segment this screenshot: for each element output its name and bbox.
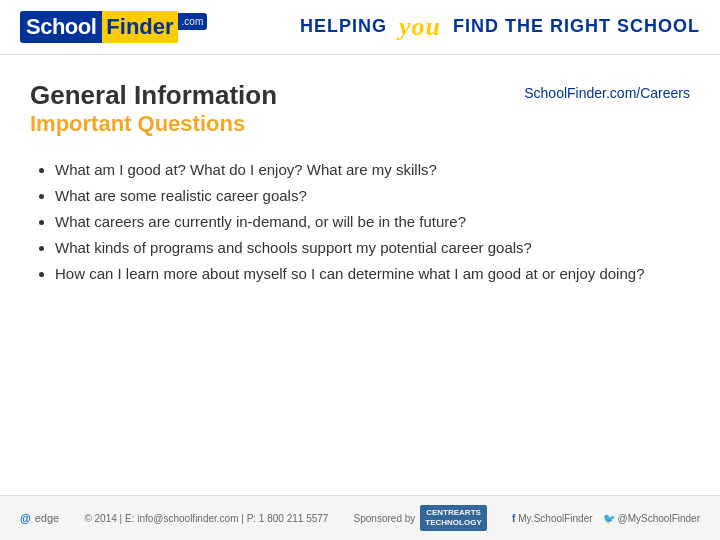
- list-item: What are some realistic career goals?: [55, 184, 690, 208]
- logo-area: School Finder .com: [20, 11, 207, 43]
- twitter-icon: 🐦: [603, 513, 615, 524]
- logo-com: .com: [178, 13, 208, 30]
- logo-finder: Finder: [102, 11, 177, 43]
- general-info-title: General Information: [30, 80, 277, 111]
- sponsored-logo: CENTREARTS TECHNOLOGY: [420, 505, 486, 530]
- careers-link[interactable]: SchoolFinder.com/Careers: [524, 85, 690, 101]
- list-item: What careers are currently in-demand, or…: [55, 210, 690, 234]
- tagline-find: FIND THE RIGHT SCHOOL: [453, 16, 700, 36]
- list-item: What kinds of programs and schools suppo…: [55, 236, 690, 260]
- main-content: General Information Important Questions …: [0, 55, 720, 303]
- logo-school: School: [20, 11, 102, 43]
- list-item: What am I good at? What do I enjoy? What…: [55, 158, 690, 182]
- twitter-link: 🐦 @MySchoolFinder: [603, 513, 700, 524]
- twitter-label: @MySchoolFinder: [618, 513, 700, 524]
- footer-social: f My.SchoolFinder 🐦 @MySchoolFinder: [512, 513, 700, 524]
- list-item: How can I learn more about myself so I c…: [55, 262, 690, 286]
- footer-copyright: © 2014 | E: info@schoolfinder.com | P: 1…: [84, 513, 328, 524]
- facebook-icon: f: [512, 513, 515, 524]
- footer-sponsored: Sponsored by CENTREARTS TECHNOLOGY: [354, 505, 487, 530]
- bullet-list: What am I good at? What do I enjoy? What…: [30, 158, 690, 286]
- footer-edge: @ edge: [20, 512, 59, 524]
- important-questions-title: Important Questions: [30, 111, 277, 137]
- tagline-you: you: [399, 12, 441, 41]
- facebook-label: My.SchoolFinder: [518, 513, 592, 524]
- titles-block: General Information Important Questions: [30, 80, 277, 138]
- tagline-helping: HELPING: [300, 16, 387, 36]
- page-footer: @ edge © 2014 | E: info@schoolfinder.com…: [0, 495, 720, 540]
- facebook-link: f My.SchoolFinder: [512, 513, 593, 524]
- page-header: School Finder .com HELPING you FIND THE …: [0, 0, 720, 55]
- edge-label: edge: [35, 512, 59, 524]
- header-tagline: HELPING you FIND THE RIGHT SCHOOL: [300, 14, 700, 40]
- content-header: General Information Important Questions …: [30, 80, 690, 138]
- sponsored-by-label: Sponsored by: [354, 513, 416, 524]
- at-icon: @: [20, 512, 31, 524]
